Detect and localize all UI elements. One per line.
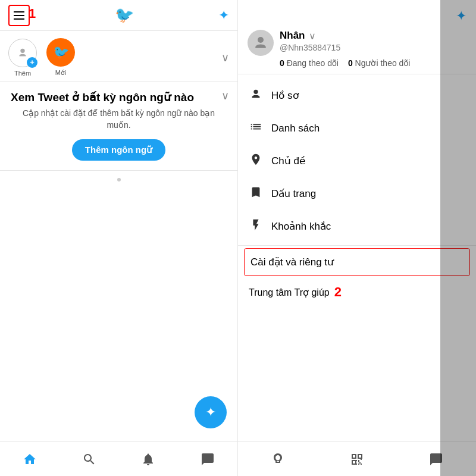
drawer-name-row: Nhân ∨ — [280, 30, 466, 42]
svg-point-1 — [258, 37, 264, 43]
svg-point-2 — [253, 90, 258, 94]
promo-chevron[interactable]: ∨ — [221, 89, 229, 102]
twitter-logo: 🐦 — [115, 6, 134, 24]
twitter-avatar: 🐦 — [46, 38, 75, 67]
lightning-icon — [249, 218, 263, 234]
add-avatar: + — [8, 39, 37, 67]
sparkle-icon-left[interactable]: ✦ — [218, 8, 229, 23]
nav-notifications[interactable] — [135, 446, 161, 472]
topic-icon — [249, 153, 263, 169]
promo-title: Xem Tweet ở bất kỳ ngôn ngữ nào — [11, 90, 227, 104]
nav-messages[interactable] — [195, 446, 221, 472]
left-panel: 1 🐦 ✦ + Thêm 🐦 Mới ∨ ∨ Xem Twee — [0, 0, 238, 476]
drawer-avatar — [248, 30, 274, 56]
drawer-top-bar: ✦ — [248, 8, 466, 24]
drawer-handle: @Nhn35884715 — [280, 43, 466, 52]
nav-qr[interactable] — [344, 446, 370, 472]
followers-count: 0 Người theo dõi — [348, 58, 410, 68]
following-count: 0 Đang theo dõi — [280, 58, 339, 68]
add-account-button[interactable]: + Thêm — [8, 39, 37, 77]
drawer-chevron[interactable]: ∨ — [309, 30, 316, 42]
list-icon — [249, 120, 263, 136]
add-language-button[interactable]: Thêm ngôn ngữ — [72, 139, 165, 161]
dot-indicator — [117, 178, 121, 181]
compose-button[interactable]: ✦ — [195, 396, 227, 428]
step-number-1: 1 — [29, 6, 36, 21]
menu-label-lists: Danh sách — [271, 123, 320, 134]
promo-section: ∨ Xem Tweet ở bất kỳ ngôn ngữ nào Cập nh… — [0, 82, 237, 171]
drawer-stats: 0 Đang theo dõi 0 Người theo dõi — [280, 58, 466, 68]
add-account-label: Thêm — [14, 70, 31, 77]
new-account-label: Mới — [55, 69, 67, 77]
menu-label-moments: Khoảnh khắc — [271, 220, 331, 233]
accounts-chevron[interactable]: ∨ — [221, 51, 229, 64]
gray-overlay — [440, 0, 476, 476]
add-plus-icon: + — [27, 57, 37, 68]
bottom-nav-left — [0, 441, 237, 476]
drawer-user-info: Nhân ∨ @Nhn35884715 0 Đang theo dõi 0 Ng… — [280, 30, 466, 68]
menu-label-bookmarks: Dấu trang — [271, 187, 316, 200]
step-number-2: 2 — [334, 284, 342, 300]
top-bar: 1 🐦 ✦ — [0, 0, 237, 31]
compose-icon: ✦ — [205, 405, 216, 420]
nav-home[interactable] — [17, 446, 43, 472]
settings-label: Cài đặt và riêng tư — [250, 256, 334, 268]
hamburger-button[interactable] — [8, 5, 30, 26]
promo-desc: Cập nhật cài đặt để thêm bất kỳ ngôn ngữ… — [11, 108, 227, 131]
person-icon — [249, 87, 263, 104]
help-label: Trung tâm Trợ giúp — [249, 287, 330, 298]
nav-tips[interactable] — [265, 446, 291, 472]
svg-point-0 — [20, 48, 24, 52]
accounts-row: + Thêm 🐦 Mới ∨ — [0, 31, 237, 82]
drawer-username: Nhân — [280, 30, 305, 42]
bookmark-icon — [249, 186, 263, 202]
menu-item-settings[interactable]: Cài đặt và riêng tư — [244, 248, 470, 276]
right-panel-drawer: ✦ Nhân ∨ @Nhn35884715 0 Đang theo dõi 0 … — [238, 0, 476, 476]
twitter-account-button[interactable]: 🐦 Mới — [46, 38, 75, 77]
drawer-profile: Nhân ∨ @Nhn35884715 0 Đang theo dõi 0 Ng… — [248, 30, 466, 68]
menu-label-profile: Hồ sơ — [271, 89, 299, 102]
menu-label-topics: Chủ đề — [271, 155, 305, 167]
nav-search[interactable] — [76, 446, 102, 472]
